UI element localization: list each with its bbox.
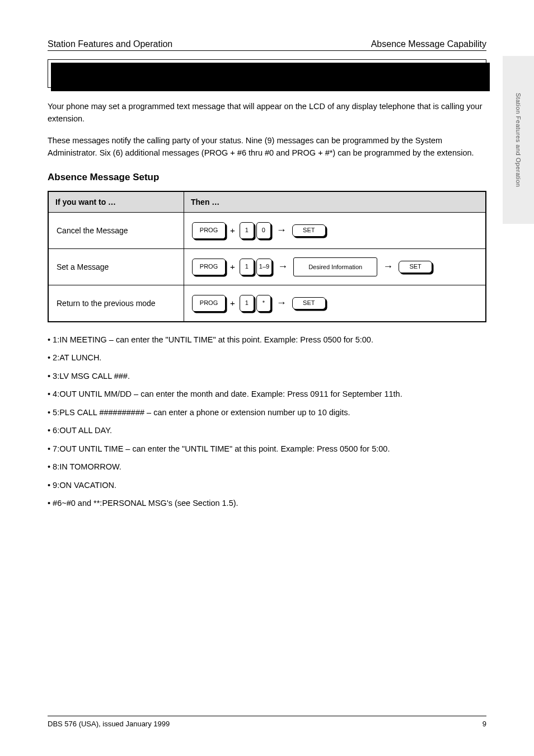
list-item: • 1:IN MEETING – can enter the "UNTIL TI… (48, 334, 486, 346)
table-head-col2: Then … (184, 191, 486, 213)
subsection-title: Absence Message Setup (48, 172, 486, 183)
arrow-icon: → (273, 224, 290, 236)
row-label: Cancel the Message (48, 212, 184, 248)
row-label: Return to the previous mode (48, 285, 184, 322)
section-title: Absence Message Capability (81, 68, 219, 79)
key-prog: PROG (192, 259, 226, 275)
row-keys: PROG + 1 * → SET (184, 285, 486, 322)
row-keys: PROG + 1 1–9 → Desired Information → SET (184, 248, 486, 285)
key-digit-1: 1 (240, 259, 254, 275)
plus-icon: + (228, 226, 237, 235)
list-item: • 9:ON VACATION. (48, 479, 486, 491)
header-right: Absence Message Capability (371, 39, 486, 49)
arrow-icon: → (380, 261, 396, 273)
page-header: Station Features and Operation Absence M… (48, 39, 486, 51)
list-item: • 6:OUT ALL DAY. (48, 424, 486, 436)
list-item: • 5:PLS CALL ########## – can enter a ph… (48, 406, 486, 419)
plus-icon: + (228, 298, 237, 308)
page-footer: DBS 576 (USA), issued January 1999 9 (48, 716, 486, 728)
list-item: • 3:LV MSG CALL ###. (48, 370, 486, 382)
header-left: Station Features and Operation (48, 39, 172, 49)
footer-right: 9 (483, 720, 486, 728)
key-set: SET (399, 261, 432, 273)
section-number: 1.3 (56, 68, 70, 79)
table-row: Cancel the Message PROG + 1 0 → SET (48, 212, 486, 248)
footer-left: DBS 576 (USA), issued January 1999 (48, 720, 170, 728)
row-label: Set a Message (48, 248, 184, 285)
paragraph-1: Your phone may set a programmed text mes… (48, 100, 486, 125)
key-star: * (256, 295, 271, 312)
bullet-list: • 1:IN MEETING – can enter the "UNTIL TI… (48, 334, 486, 510)
key-prog: PROG (192, 295, 226, 312)
plus-icon: + (228, 262, 237, 271)
paragraph-2: These messages notify the calling party … (48, 134, 486, 159)
section-heading: 1.3 Absence Message Capability (48, 59, 486, 88)
arrow-icon: → (273, 297, 290, 309)
list-item: • 7:OUT UNTIL TIME – can enter the "UNTI… (48, 443, 486, 455)
key-set: SET (292, 297, 326, 309)
key-digit-1: 1 (240, 295, 254, 312)
table-head-col1: If you want to … (48, 191, 184, 213)
key-digit-1: 1 (240, 222, 254, 239)
list-item: • 4:OUT UNTIL MM/DD – can enter the mont… (48, 388, 486, 400)
key-sequence-table: If you want to … Then … Cancel the Messa… (48, 191, 486, 322)
row-keys: PROG + 1 0 → SET (184, 212, 486, 248)
input-placeholder: Desired Information (293, 257, 377, 276)
key-digit-range: 1–9 (256, 259, 272, 275)
table-row: Return to the previous mode PROG + 1 * →… (48, 285, 486, 322)
table-row: Set a Message PROG + 1 1–9 → Desired Inf… (48, 248, 486, 285)
body-text: Your phone may set a programmed text mes… (48, 100, 486, 159)
page-content: Station Features and Operation Absence M… (0, 0, 534, 543)
list-item: • 8:IN TOMORROW. (48, 461, 486, 473)
list-item: • 2:AT LUNCH. (48, 351, 486, 364)
key-digit-0: 0 (256, 222, 271, 239)
list-item: • #6~#0 and **:PERSONAL MSG's (see Secti… (48, 497, 486, 509)
side-tab: Station Features and Operation (503, 56, 534, 224)
arrow-icon: → (274, 261, 291, 273)
key-prog: PROG (192, 222, 226, 239)
key-set: SET (292, 224, 326, 237)
